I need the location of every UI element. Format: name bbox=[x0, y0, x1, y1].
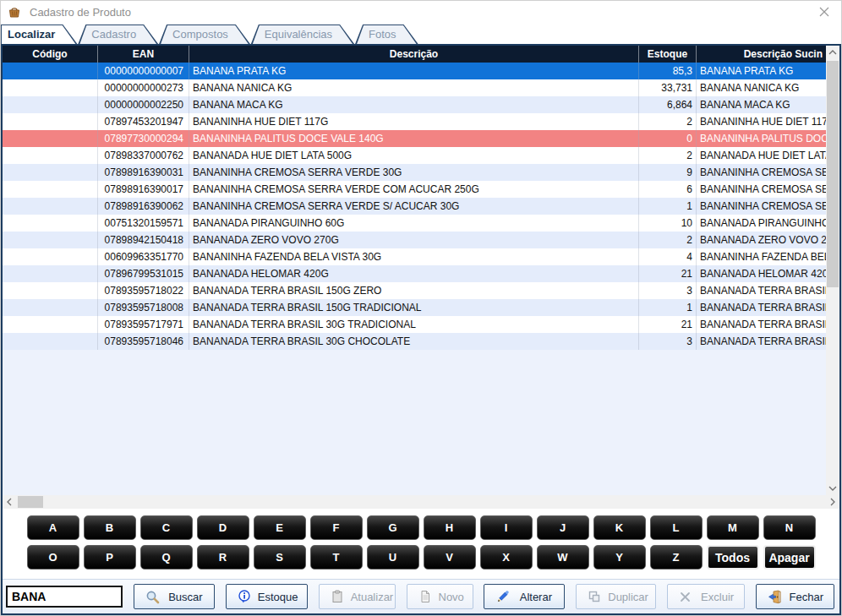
letter-button-g[interactable]: G bbox=[367, 515, 419, 540]
table-row[interactable]: 07898916390062BANANINHA CREMOSA SERRA VE… bbox=[3, 198, 826, 215]
letter-button-e[interactable]: E bbox=[254, 515, 306, 540]
table-row[interactable]: 00609963351770BANANINHA FAZENDA BELA VIS… bbox=[3, 248, 826, 265]
tab-label: Compostos bbox=[159, 25, 250, 41]
letter-button-todos[interactable]: Todos bbox=[707, 545, 759, 570]
vertical-scrollbar[interactable] bbox=[826, 46, 839, 495]
letter-button-i[interactable]: I bbox=[480, 515, 533, 540]
cell-codigo bbox=[3, 130, 98, 147]
column-header-codigo[interactable]: Código bbox=[3, 46, 98, 63]
tab-cadastro[interactable]: Cadastro bbox=[78, 25, 158, 44]
table-row[interactable]: 07893595718008BANANADA TERRA BRASIL 150G… bbox=[3, 299, 826, 316]
tab-equivalencias[interactable]: Equivalências bbox=[251, 25, 354, 44]
cell-sucinta: BANANADA HUE DIET LATA 500G bbox=[697, 147, 826, 164]
table-row[interactable]: 07898942150418BANANADA ZERO VOVO 270G2BA… bbox=[3, 232, 826, 248]
button-label: Fechar bbox=[783, 591, 834, 603]
button-label: Duplicar bbox=[601, 591, 659, 603]
cell-estoque: 85,3 bbox=[639, 63, 697, 79]
document-icon bbox=[418, 590, 432, 603]
info-icon bbox=[238, 590, 251, 604]
cell-descricao: BANANADA TERRA BRASIL 150G ZERO bbox=[189, 282, 639, 299]
cell-ean: 07898916390031 bbox=[98, 164, 189, 181]
cell-codigo bbox=[3, 63, 98, 79]
column-header-estoque[interactable]: Estoque bbox=[639, 46, 697, 63]
pencil-icon bbox=[495, 590, 511, 604]
letter-button-o[interactable]: O bbox=[27, 545, 79, 570]
table-row[interactable]: 07897730000294BANANINHA PALITUS DOCE VAL… bbox=[3, 130, 826, 147]
letter-button-t[interactable]: T bbox=[310, 545, 363, 570]
column-header-ean[interactable]: EAN bbox=[98, 46, 189, 63]
letter-button-a[interactable]: A bbox=[27, 515, 79, 540]
table-row[interactable]: 07893595718046BANANADA TERRA BRASIL 30G … bbox=[3, 333, 826, 350]
product-grid: Código EAN Descrição Estoque Descrição S… bbox=[3, 46, 839, 509]
close-icon[interactable] bbox=[816, 3, 833, 20]
cell-sucinta: BANANINHA CREMOSA SERRA VERDE 30G bbox=[697, 164, 826, 181]
cell-descricao: BANANA NANICA KG bbox=[189, 79, 639, 96]
letter-button-r[interactable]: R bbox=[197, 545, 249, 570]
table-row[interactable]: 07898337000762BANANADA HUE DIET LATA 500… bbox=[3, 147, 826, 164]
letter-button-n[interactable]: N bbox=[763, 515, 816, 540]
letter-button-m[interactable]: M bbox=[707, 515, 759, 540]
scroll-down-icon[interactable] bbox=[826, 482, 839, 495]
letter-button-v[interactable]: V bbox=[424, 545, 476, 570]
table-row[interactable]: 07898916390031BANANINHA CREMOSA SERRA VE… bbox=[3, 164, 826, 181]
table-row[interactable]: 07896799531015BANANADA HELOMAR 420G21BAN… bbox=[3, 265, 826, 282]
tab-localizar[interactable]: Localizar bbox=[1, 25, 77, 44]
cell-estoque: 1 bbox=[639, 198, 697, 215]
tab-fotos[interactable]: Fotos bbox=[355, 25, 418, 44]
column-header-descricao[interactable]: Descrição bbox=[189, 46, 639, 63]
alterar-button[interactable]: Alterar bbox=[484, 584, 565, 609]
column-header-descricao-sucinta[interactable]: Descrição Sucin bbox=[697, 46, 826, 63]
table-row[interactable]: 00751320159571BANANADA PIRANGUINHO 60G10… bbox=[3, 215, 826, 232]
letter-button-q[interactable]: Q bbox=[140, 545, 193, 570]
table-row[interactable]: 00000000000273BANANA NANICA KG33,731BANA… bbox=[3, 79, 826, 96]
cell-codigo bbox=[3, 282, 98, 299]
letter-button-x[interactable]: X bbox=[480, 545, 533, 570]
scroll-left-icon[interactable] bbox=[3, 495, 16, 509]
letter-button-z[interactable]: Z bbox=[650, 545, 703, 570]
letter-button-u[interactable]: U bbox=[367, 545, 419, 570]
letter-button-k[interactable]: K bbox=[593, 515, 646, 540]
letter-button-d[interactable]: D bbox=[197, 515, 249, 540]
letter-button-b[interactable]: B bbox=[84, 515, 136, 540]
letter-button-j[interactable]: J bbox=[537, 515, 589, 540]
cell-descricao: BANANINHA PALITUS DOCE VALE 140G bbox=[189, 130, 639, 147]
tab-compostos[interactable]: Compostos bbox=[159, 25, 250, 44]
table-row[interactable]: 00000000002250BANANA MACA KG6,864BANANA … bbox=[3, 96, 826, 113]
scroll-up-icon[interactable] bbox=[826, 46, 839, 59]
table-row[interactable]: 07893595717971BANANADA TERRA BRASIL 30G … bbox=[3, 316, 826, 333]
letter-button-p[interactable]: P bbox=[84, 545, 136, 570]
tab-label: Cadastro bbox=[78, 25, 158, 41]
title-bar: Cadastro de Produto bbox=[1, 1, 841, 23]
letter-button-y[interactable]: Y bbox=[593, 545, 646, 570]
letter-button-h[interactable]: H bbox=[424, 515, 476, 540]
horizontal-scroll-thumb[interactable] bbox=[18, 496, 43, 508]
vertical-scroll-thumb[interactable] bbox=[827, 61, 839, 287]
cell-sucinta: BANANINHA FAZENDA BELA VISTA 30G bbox=[697, 248, 826, 265]
cell-ean: 07893595718022 bbox=[98, 282, 189, 299]
cell-codigo bbox=[3, 147, 98, 164]
table-row[interactable]: 07897453201947BANANINHA HUE DIET 117G2BA… bbox=[3, 113, 826, 130]
search-input[interactable] bbox=[6, 586, 123, 608]
letter-button-s[interactable]: S bbox=[254, 545, 306, 570]
letter-button-f[interactable]: F bbox=[310, 515, 363, 540]
cell-ean: 00751320159571 bbox=[98, 215, 189, 232]
buscar-button[interactable]: Buscar bbox=[134, 584, 215, 609]
door-exit-icon bbox=[768, 590, 783, 604]
fechar-button[interactable]: Fechar bbox=[756, 584, 834, 609]
letter-button-apagar[interactable]: Apagar bbox=[763, 545, 816, 570]
table-row[interactable]: 00000000000007BANANA PRATA KG85,3BANANA … bbox=[3, 63, 826, 79]
cell-codigo bbox=[3, 333, 98, 350]
cell-sucinta: BANANINHA CREMOSA SERRA VERDE S/ ACUCAR … bbox=[697, 198, 826, 215]
letter-button-l[interactable]: L bbox=[650, 515, 703, 540]
button-label: Atualizar bbox=[344, 591, 404, 603]
letter-button-c[interactable]: C bbox=[140, 515, 193, 540]
scroll-right-icon[interactable] bbox=[826, 495, 839, 509]
novo-button: Novo bbox=[407, 584, 473, 609]
horizontal-scrollbar[interactable] bbox=[3, 495, 839, 509]
table-row[interactable]: 07893595718022BANANADA TERRA BRASIL 150G… bbox=[3, 282, 826, 299]
letter-button-w[interactable]: W bbox=[537, 545, 589, 570]
table-row[interactable]: 07898916390017BANANINHA CREMOSA SERRA VE… bbox=[3, 181, 826, 198]
cell-ean: 07897730000294 bbox=[98, 130, 189, 147]
cell-descricao: BANANADA ZERO VOVO 270G bbox=[189, 232, 639, 248]
estoque-button[interactable]: Estoque bbox=[226, 584, 308, 609]
